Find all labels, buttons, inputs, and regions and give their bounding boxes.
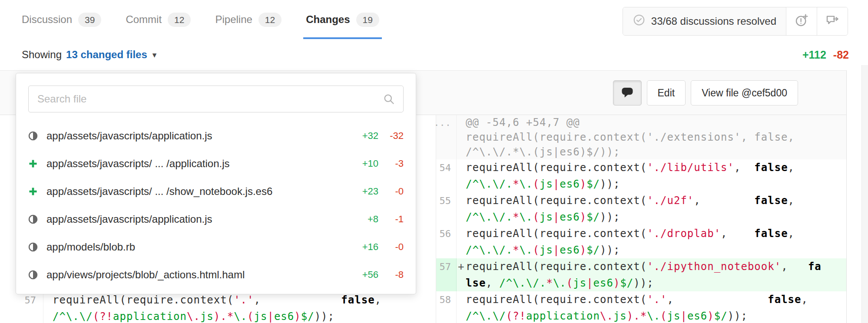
diff-marker xyxy=(457,159,466,176)
file-deletions: -0 xyxy=(378,241,404,253)
file-name: app/assets/javascripts/application.js xyxy=(46,130,350,142)
line-number-gutter xyxy=(436,176,457,192)
caret-down-icon[interactable]: ▾ xyxy=(152,50,157,60)
code-text: requireAll(require.context('./lib/utils'… xyxy=(466,159,795,176)
code-text: /^\.\/(?!application\.js).*\.(js|es6)$/)… xyxy=(466,308,748,323)
tab-commit[interactable]: Commit12 xyxy=(126,0,191,39)
comment-icon xyxy=(621,86,634,100)
code-text: requireAll(require.context('./u2f', fals… xyxy=(466,192,795,209)
diff-marker xyxy=(457,115,466,130)
tab-count-badge: 19 xyxy=(356,13,379,27)
discussions-resolved-label: 33/68 discussions resolved xyxy=(651,15,776,27)
total-additions: +112 xyxy=(802,49,826,61)
edit-button[interactable]: Edit xyxy=(647,80,686,105)
code-text: /^\.\/.*\.(js|es6)$/)); xyxy=(466,242,620,258)
tab-changes[interactable]: Changes19 xyxy=(306,0,379,39)
file-name: app/assets/javascripts/ ... /application… xyxy=(46,158,350,170)
file-added-icon xyxy=(28,159,46,168)
diff-line: /^\.\/(?!application\.js).*\.(js|es6)$/)… xyxy=(0,308,436,323)
discussions-resolved-group: 33/68 discussions resolved xyxy=(623,7,848,36)
line-number-gutter[interactable]: 57 xyxy=(436,258,457,275)
diff-marker: + xyxy=(457,258,466,275)
resolve-in-new-issue-button[interactable] xyxy=(786,7,817,35)
line-number-gutter[interactable]: 55 xyxy=(436,192,457,209)
file-deletions: -0 xyxy=(378,186,404,197)
changed-files-subheader: Showing 13 changed files ▾ +112 -82 xyxy=(0,39,868,70)
diff-marker xyxy=(457,192,466,209)
line-number-gutter xyxy=(436,308,457,323)
diff-line: 56requireAll(require.context('./droplab'… xyxy=(436,225,846,242)
diff-marker xyxy=(457,145,466,159)
line-number-gutter xyxy=(436,275,457,291)
line-number-gutter xyxy=(436,130,457,145)
file-name: app/views/projects/blob/_actions.html.ha… xyxy=(46,269,350,281)
tab-discussion[interactable]: Discussion39 xyxy=(22,0,101,39)
diff-marker xyxy=(457,176,466,192)
jump-to-next-discussion-button[interactable] xyxy=(817,7,848,35)
file-added-icon xyxy=(28,187,46,196)
changed-files-dropdown-panel: app/assets/javascripts/application.js+32… xyxy=(16,73,416,294)
diff-match-line: requireAll(require.context('./extensions… xyxy=(436,130,846,145)
file-additions: +23 xyxy=(350,186,378,197)
line-number-gutter: ... xyxy=(436,115,457,130)
diff-match-line: ...@@ -54,6 +54,7 @@ xyxy=(436,115,846,130)
toggle-comments-button[interactable] xyxy=(613,80,642,105)
diff-marker xyxy=(457,130,466,145)
tab-count-badge: 12 xyxy=(168,13,191,27)
diff-left-pane: 57requireAll(require.context('.', false,… xyxy=(0,292,436,323)
tab-count-badge: 39 xyxy=(78,13,101,27)
line-number-gutter[interactable]: 58 xyxy=(436,291,457,308)
code-text: /^\.\/.*\.(js|es6)$/)); xyxy=(466,176,620,192)
code-text: /^\.\/.*\.(js|es6)$/)); xyxy=(466,209,620,225)
file-modified-icon xyxy=(28,214,46,224)
tab-label: Commit xyxy=(126,13,162,26)
tab-bar: Discussion39Commit12Pipeline12Changes19 … xyxy=(0,0,868,40)
diff-marker xyxy=(457,308,466,323)
tab-label: Discussion xyxy=(22,13,72,26)
tab-pipeline[interactable]: Pipeline12 xyxy=(215,0,282,39)
diff-marker xyxy=(43,308,53,323)
file-list-item[interactable]: app/assets/javascripts/application.js+8-… xyxy=(28,205,404,233)
search-file-input[interactable] xyxy=(28,86,404,112)
line-number-gutter[interactable]: 54 xyxy=(436,159,457,176)
file-deletions: -8 xyxy=(378,269,404,280)
diff-marker xyxy=(457,225,466,242)
diff-line-added: lse, /^\.\/.*\.(js|es6)$/)); xyxy=(436,275,846,291)
file-list-item[interactable]: app/assets/javascripts/application.js+32… xyxy=(28,122,404,150)
diff-marker xyxy=(457,242,466,258)
tab-label: Changes xyxy=(306,13,350,26)
file-modified-icon xyxy=(28,270,46,280)
diff-line: /^\.\/.*\.(js|es6)$/)); xyxy=(436,209,846,225)
file-additions: +16 xyxy=(350,241,378,253)
file-deletions: -3 xyxy=(378,158,404,169)
file-deletions: -32 xyxy=(378,130,404,142)
diff-line: /^\.\/(?!application\.js).*\.(js|es6)$/)… xyxy=(436,308,846,323)
file-list-item[interactable]: app/assets/javascripts/ ... /show_notebo… xyxy=(28,178,404,205)
changed-files-dropdown-link[interactable]: 13 changed files xyxy=(66,49,147,61)
showing-label: Showing xyxy=(22,49,62,61)
search-icon xyxy=(383,93,395,107)
diff-pane-border xyxy=(846,70,847,323)
diff-line: 58requireAll(require.context('.', false, xyxy=(436,291,846,308)
file-list-item[interactable]: app/models/blob.rb+16-0 xyxy=(28,233,404,261)
file-additions: +56 xyxy=(350,269,378,280)
diff-marker xyxy=(457,209,466,225)
file-name: app/models/blob.rb xyxy=(46,241,350,253)
tab-count-badge: 12 xyxy=(258,13,282,27)
line-number-gutter xyxy=(436,242,457,258)
diff-line: 54requireAll(require.context('./lib/util… xyxy=(436,159,846,176)
file-modified-icon xyxy=(28,242,46,252)
file-modified-icon xyxy=(28,131,46,141)
line-number-gutter xyxy=(0,308,43,323)
tab-bar-tabs: Discussion39Commit12Pipeline12Changes19 xyxy=(22,0,379,39)
code-text: @@ -54,6 +54,7 @@ xyxy=(466,115,580,130)
diff-line: /^\.\/.*\.(js|es6)$/)); xyxy=(436,176,846,192)
view-file-button[interactable]: View file @cef5d00 xyxy=(691,80,798,105)
line-number-gutter[interactable]: 56 xyxy=(436,225,457,242)
discussions-resolved-button[interactable]: 33/68 discussions resolved xyxy=(623,7,786,35)
file-list-item[interactable]: app/views/projects/blob/_actions.html.ha… xyxy=(28,261,404,289)
page-right-strip xyxy=(861,65,868,323)
file-list-item[interactable]: app/assets/javascripts/ ... /application… xyxy=(28,150,404,178)
line-number-gutter xyxy=(436,145,457,159)
diff-line: 55requireAll(require.context('./u2f', fa… xyxy=(436,192,846,209)
